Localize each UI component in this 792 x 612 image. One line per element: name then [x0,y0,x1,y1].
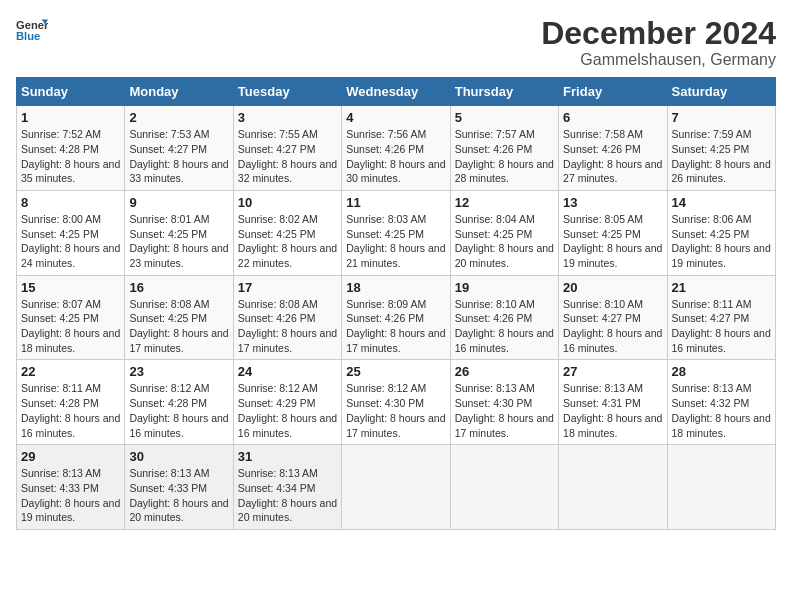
calendar-cell: 9Sunrise: 8:01 AMSunset: 4:25 PMDaylight… [125,190,233,275]
calendar-cell: 23Sunrise: 8:12 AMSunset: 4:28 PMDayligh… [125,360,233,445]
day-detail: Sunrise: 7:52 AMSunset: 4:28 PMDaylight:… [21,127,120,186]
day-number: 20 [563,280,662,295]
day-detail: Sunrise: 8:03 AMSunset: 4:25 PMDaylight:… [346,212,445,271]
calendar-cell: 16Sunrise: 8:08 AMSunset: 4:25 PMDayligh… [125,275,233,360]
header-monday: Monday [125,78,233,106]
calendar-cell: 11Sunrise: 8:03 AMSunset: 4:25 PMDayligh… [342,190,450,275]
day-detail: Sunrise: 8:10 AMSunset: 4:27 PMDaylight:… [563,297,662,356]
calendar-cell: 1Sunrise: 7:52 AMSunset: 4:28 PMDaylight… [17,106,125,191]
calendar-cell: 14Sunrise: 8:06 AMSunset: 4:25 PMDayligh… [667,190,775,275]
day-number: 26 [455,364,554,379]
header-row: SundayMondayTuesdayWednesdayThursdayFrid… [17,78,776,106]
day-detail: Sunrise: 8:12 AMSunset: 4:29 PMDaylight:… [238,381,337,440]
month-title: December 2024 [541,16,776,51]
day-detail: Sunrise: 8:08 AMSunset: 4:26 PMDaylight:… [238,297,337,356]
week-row-1: 1Sunrise: 7:52 AMSunset: 4:28 PMDaylight… [17,106,776,191]
calendar-cell: 20Sunrise: 8:10 AMSunset: 4:27 PMDayligh… [559,275,667,360]
day-number: 21 [672,280,771,295]
day-detail: Sunrise: 8:07 AMSunset: 4:25 PMDaylight:… [21,297,120,356]
day-detail: Sunrise: 8:04 AMSunset: 4:25 PMDaylight:… [455,212,554,271]
calendar-cell: 3Sunrise: 7:55 AMSunset: 4:27 PMDaylight… [233,106,341,191]
header-tuesday: Tuesday [233,78,341,106]
calendar-cell: 19Sunrise: 8:10 AMSunset: 4:26 PMDayligh… [450,275,558,360]
day-number: 5 [455,110,554,125]
calendar-cell: 6Sunrise: 7:58 AMSunset: 4:26 PMDaylight… [559,106,667,191]
day-number: 8 [21,195,120,210]
day-number: 7 [672,110,771,125]
header-friday: Friday [559,78,667,106]
calendar-cell: 4Sunrise: 7:56 AMSunset: 4:26 PMDaylight… [342,106,450,191]
day-number: 11 [346,195,445,210]
header-wednesday: Wednesday [342,78,450,106]
location-subtitle: Gammelshausen, Germany [541,51,776,69]
day-detail: Sunrise: 7:59 AMSunset: 4:25 PMDaylight:… [672,127,771,186]
day-number: 18 [346,280,445,295]
day-detail: Sunrise: 8:02 AMSunset: 4:25 PMDaylight:… [238,212,337,271]
day-number: 10 [238,195,337,210]
week-row-3: 15Sunrise: 8:07 AMSunset: 4:25 PMDayligh… [17,275,776,360]
calendar-cell: 10Sunrise: 8:02 AMSunset: 4:25 PMDayligh… [233,190,341,275]
day-number: 30 [129,449,228,464]
day-number: 16 [129,280,228,295]
calendar-body: 1Sunrise: 7:52 AMSunset: 4:28 PMDaylight… [17,106,776,530]
logo: General Blue [16,16,48,44]
calendar-cell: 15Sunrise: 8:07 AMSunset: 4:25 PMDayligh… [17,275,125,360]
week-row-2: 8Sunrise: 8:00 AMSunset: 4:25 PMDaylight… [17,190,776,275]
day-number: 27 [563,364,662,379]
calendar-cell [559,445,667,530]
calendar-table: SundayMondayTuesdayWednesdayThursdayFrid… [16,77,776,530]
day-detail: Sunrise: 8:00 AMSunset: 4:25 PMDaylight:… [21,212,120,271]
calendar-cell [342,445,450,530]
day-detail: Sunrise: 8:13 AMSunset: 4:32 PMDaylight:… [672,381,771,440]
calendar-cell: 13Sunrise: 8:05 AMSunset: 4:25 PMDayligh… [559,190,667,275]
header-sunday: Sunday [17,78,125,106]
calendar-cell: 8Sunrise: 8:00 AMSunset: 4:25 PMDaylight… [17,190,125,275]
calendar-cell: 25Sunrise: 8:12 AMSunset: 4:30 PMDayligh… [342,360,450,445]
calendar-cell: 30Sunrise: 8:13 AMSunset: 4:33 PMDayligh… [125,445,233,530]
day-number: 31 [238,449,337,464]
day-number: 1 [21,110,120,125]
calendar-cell: 7Sunrise: 7:59 AMSunset: 4:25 PMDaylight… [667,106,775,191]
day-detail: Sunrise: 7:53 AMSunset: 4:27 PMDaylight:… [129,127,228,186]
day-number: 23 [129,364,228,379]
day-detail: Sunrise: 8:13 AMSunset: 4:33 PMDaylight:… [129,466,228,525]
day-number: 25 [346,364,445,379]
day-detail: Sunrise: 7:58 AMSunset: 4:26 PMDaylight:… [563,127,662,186]
calendar-cell: 24Sunrise: 8:12 AMSunset: 4:29 PMDayligh… [233,360,341,445]
day-detail: Sunrise: 8:11 AMSunset: 4:28 PMDaylight:… [21,381,120,440]
calendar-cell: 26Sunrise: 8:13 AMSunset: 4:30 PMDayligh… [450,360,558,445]
page-header: General Blue December 2024 Gammelshausen… [16,16,776,69]
calendar-cell [450,445,558,530]
calendar-cell: 12Sunrise: 8:04 AMSunset: 4:25 PMDayligh… [450,190,558,275]
day-detail: Sunrise: 8:09 AMSunset: 4:26 PMDaylight:… [346,297,445,356]
day-number: 12 [455,195,554,210]
day-detail: Sunrise: 7:56 AMSunset: 4:26 PMDaylight:… [346,127,445,186]
day-detail: Sunrise: 8:06 AMSunset: 4:25 PMDaylight:… [672,212,771,271]
day-detail: Sunrise: 8:05 AMSunset: 4:25 PMDaylight:… [563,212,662,271]
day-number: 28 [672,364,771,379]
day-detail: Sunrise: 8:12 AMSunset: 4:28 PMDaylight:… [129,381,228,440]
day-detail: Sunrise: 8:08 AMSunset: 4:25 PMDaylight:… [129,297,228,356]
day-number: 19 [455,280,554,295]
calendar-header: SundayMondayTuesdayWednesdayThursdayFrid… [17,78,776,106]
day-detail: Sunrise: 8:12 AMSunset: 4:30 PMDaylight:… [346,381,445,440]
day-detail: Sunrise: 7:55 AMSunset: 4:27 PMDaylight:… [238,127,337,186]
day-detail: Sunrise: 8:11 AMSunset: 4:27 PMDaylight:… [672,297,771,356]
day-number: 29 [21,449,120,464]
calendar-cell: 5Sunrise: 7:57 AMSunset: 4:26 PMDaylight… [450,106,558,191]
day-number: 6 [563,110,662,125]
calendar-cell: 17Sunrise: 8:08 AMSunset: 4:26 PMDayligh… [233,275,341,360]
day-number: 22 [21,364,120,379]
calendar-cell: 21Sunrise: 8:11 AMSunset: 4:27 PMDayligh… [667,275,775,360]
day-detail: Sunrise: 8:13 AMSunset: 4:30 PMDaylight:… [455,381,554,440]
calendar-cell: 29Sunrise: 8:13 AMSunset: 4:33 PMDayligh… [17,445,125,530]
day-detail: Sunrise: 8:13 AMSunset: 4:33 PMDaylight:… [21,466,120,525]
week-row-4: 22Sunrise: 8:11 AMSunset: 4:28 PMDayligh… [17,360,776,445]
day-detail: Sunrise: 7:57 AMSunset: 4:26 PMDaylight:… [455,127,554,186]
day-number: 9 [129,195,228,210]
header-thursday: Thursday [450,78,558,106]
logo-icon: General Blue [16,16,48,44]
day-number: 4 [346,110,445,125]
calendar-cell: 18Sunrise: 8:09 AMSunset: 4:26 PMDayligh… [342,275,450,360]
day-detail: Sunrise: 8:01 AMSunset: 4:25 PMDaylight:… [129,212,228,271]
